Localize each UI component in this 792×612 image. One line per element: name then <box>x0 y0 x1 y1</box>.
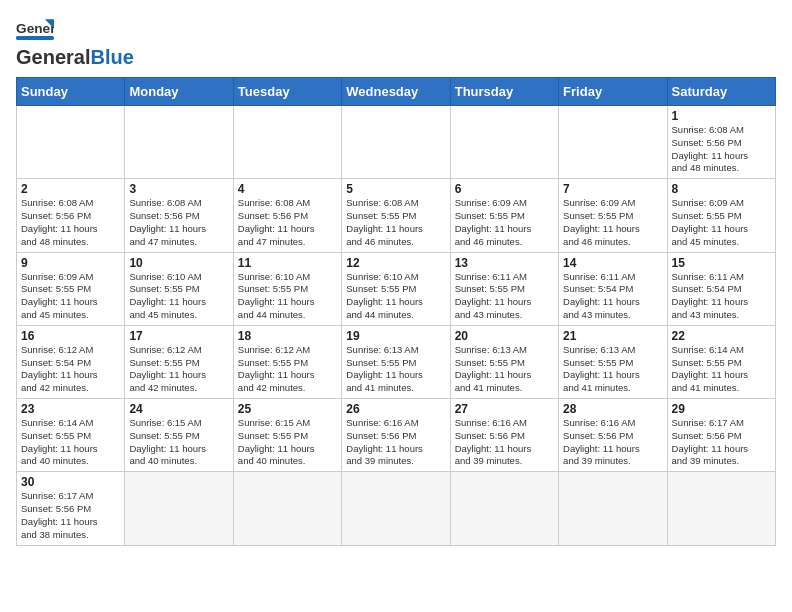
day-info: Sunrise: 6:08 AM Sunset: 5:56 PM Dayligh… <box>21 197 120 248</box>
day-number: 17 <box>129 329 228 343</box>
day-number: 15 <box>672 256 771 270</box>
day-info: Sunrise: 6:13 AM Sunset: 5:55 PM Dayligh… <box>455 344 554 395</box>
day-of-week-header: Wednesday <box>342 78 450 106</box>
calendar-week-row: 23Sunrise: 6:14 AM Sunset: 5:55 PM Dayli… <box>17 399 776 472</box>
day-of-week-header: Tuesday <box>233 78 341 106</box>
calendar-cell: 4Sunrise: 6:08 AM Sunset: 5:56 PM Daylig… <box>233 179 341 252</box>
calendar-cell: 11Sunrise: 6:10 AM Sunset: 5:55 PM Dayli… <box>233 252 341 325</box>
day-number: 3 <box>129 182 228 196</box>
day-number: 14 <box>563 256 662 270</box>
day-number: 21 <box>563 329 662 343</box>
day-info: Sunrise: 6:16 AM Sunset: 5:56 PM Dayligh… <box>346 417 445 468</box>
day-number: 19 <box>346 329 445 343</box>
calendar-cell: 12Sunrise: 6:10 AM Sunset: 5:55 PM Dayli… <box>342 252 450 325</box>
calendar-cell <box>559 472 667 545</box>
calendar-cell: 6Sunrise: 6:09 AM Sunset: 5:55 PM Daylig… <box>450 179 558 252</box>
logo: General GeneralBlue <box>16 16 134 69</box>
calendar-cell: 19Sunrise: 6:13 AM Sunset: 5:55 PM Dayli… <box>342 325 450 398</box>
day-number: 25 <box>238 402 337 416</box>
day-number: 9 <box>21 256 120 270</box>
calendar-table: SundayMondayTuesdayWednesdayThursdayFrid… <box>16 77 776 546</box>
day-info: Sunrise: 6:10 AM Sunset: 5:55 PM Dayligh… <box>346 271 445 322</box>
day-info: Sunrise: 6:15 AM Sunset: 5:55 PM Dayligh… <box>238 417 337 468</box>
day-info: Sunrise: 6:10 AM Sunset: 5:55 PM Dayligh… <box>129 271 228 322</box>
calendar-cell <box>450 106 558 179</box>
day-number: 22 <box>672 329 771 343</box>
day-info: Sunrise: 6:14 AM Sunset: 5:55 PM Dayligh… <box>672 344 771 395</box>
calendar-cell <box>667 472 775 545</box>
calendar-cell: 7Sunrise: 6:09 AM Sunset: 5:55 PM Daylig… <box>559 179 667 252</box>
logo-icon: General <box>16 16 54 44</box>
calendar-cell: 22Sunrise: 6:14 AM Sunset: 5:55 PM Dayli… <box>667 325 775 398</box>
calendar-cell: 24Sunrise: 6:15 AM Sunset: 5:55 PM Dayli… <box>125 399 233 472</box>
day-number: 7 <box>563 182 662 196</box>
day-number: 20 <box>455 329 554 343</box>
day-number: 5 <box>346 182 445 196</box>
calendar-cell: 18Sunrise: 6:12 AM Sunset: 5:55 PM Dayli… <box>233 325 341 398</box>
calendar-cell <box>233 472 341 545</box>
calendar-cell <box>125 472 233 545</box>
day-info: Sunrise: 6:10 AM Sunset: 5:55 PM Dayligh… <box>238 271 337 322</box>
day-number: 12 <box>346 256 445 270</box>
calendar-cell: 30Sunrise: 6:17 AM Sunset: 5:56 PM Dayli… <box>17 472 125 545</box>
day-info: Sunrise: 6:13 AM Sunset: 5:55 PM Dayligh… <box>346 344 445 395</box>
calendar-cell: 28Sunrise: 6:16 AM Sunset: 5:56 PM Dayli… <box>559 399 667 472</box>
day-number: 8 <box>672 182 771 196</box>
day-number: 18 <box>238 329 337 343</box>
day-info: Sunrise: 6:17 AM Sunset: 5:56 PM Dayligh… <box>672 417 771 468</box>
day-number: 24 <box>129 402 228 416</box>
day-of-week-header: Sunday <box>17 78 125 106</box>
day-number: 6 <box>455 182 554 196</box>
calendar-cell <box>342 106 450 179</box>
day-info: Sunrise: 6:16 AM Sunset: 5:56 PM Dayligh… <box>455 417 554 468</box>
calendar-week-row: 1Sunrise: 6:08 AM Sunset: 5:56 PM Daylig… <box>17 106 776 179</box>
calendar-cell: 14Sunrise: 6:11 AM Sunset: 5:54 PM Dayli… <box>559 252 667 325</box>
day-info: Sunrise: 6:09 AM Sunset: 5:55 PM Dayligh… <box>455 197 554 248</box>
day-number: 16 <box>21 329 120 343</box>
calendar-week-row: 16Sunrise: 6:12 AM Sunset: 5:54 PM Dayli… <box>17 325 776 398</box>
day-info: Sunrise: 6:12 AM Sunset: 5:55 PM Dayligh… <box>129 344 228 395</box>
day-of-week-header: Monday <box>125 78 233 106</box>
day-number: 29 <box>672 402 771 416</box>
calendar-cell: 29Sunrise: 6:17 AM Sunset: 5:56 PM Dayli… <box>667 399 775 472</box>
day-info: Sunrise: 6:08 AM Sunset: 5:56 PM Dayligh… <box>129 197 228 248</box>
day-number: 26 <box>346 402 445 416</box>
calendar-week-row: 9Sunrise: 6:09 AM Sunset: 5:55 PM Daylig… <box>17 252 776 325</box>
calendar-cell: 25Sunrise: 6:15 AM Sunset: 5:55 PM Dayli… <box>233 399 341 472</box>
calendar-cell <box>559 106 667 179</box>
day-of-week-header: Friday <box>559 78 667 106</box>
calendar-cell <box>125 106 233 179</box>
calendar-cell: 10Sunrise: 6:10 AM Sunset: 5:55 PM Dayli… <box>125 252 233 325</box>
calendar-cell <box>17 106 125 179</box>
day-info: Sunrise: 6:08 AM Sunset: 5:56 PM Dayligh… <box>672 124 771 175</box>
day-of-week-header: Saturday <box>667 78 775 106</box>
day-info: Sunrise: 6:12 AM Sunset: 5:55 PM Dayligh… <box>238 344 337 395</box>
day-info: Sunrise: 6:17 AM Sunset: 5:56 PM Dayligh… <box>21 490 120 541</box>
calendar-cell: 26Sunrise: 6:16 AM Sunset: 5:56 PM Dayli… <box>342 399 450 472</box>
calendar-week-row: 30Sunrise: 6:17 AM Sunset: 5:56 PM Dayli… <box>17 472 776 545</box>
svg-rect-1 <box>16 36 54 40</box>
calendar-cell: 27Sunrise: 6:16 AM Sunset: 5:56 PM Dayli… <box>450 399 558 472</box>
calendar-cell: 5Sunrise: 6:08 AM Sunset: 5:55 PM Daylig… <box>342 179 450 252</box>
day-number: 1 <box>672 109 771 123</box>
calendar-cell: 15Sunrise: 6:11 AM Sunset: 5:54 PM Dayli… <box>667 252 775 325</box>
day-info: Sunrise: 6:15 AM Sunset: 5:55 PM Dayligh… <box>129 417 228 468</box>
calendar-cell: 21Sunrise: 6:13 AM Sunset: 5:55 PM Dayli… <box>559 325 667 398</box>
day-number: 10 <box>129 256 228 270</box>
day-info: Sunrise: 6:11 AM Sunset: 5:54 PM Dayligh… <box>672 271 771 322</box>
day-info: Sunrise: 6:11 AM Sunset: 5:55 PM Dayligh… <box>455 271 554 322</box>
svg-text:General: General <box>16 21 54 36</box>
day-info: Sunrise: 6:08 AM Sunset: 5:55 PM Dayligh… <box>346 197 445 248</box>
calendar-cell <box>342 472 450 545</box>
calendar-cell: 20Sunrise: 6:13 AM Sunset: 5:55 PM Dayli… <box>450 325 558 398</box>
day-info: Sunrise: 6:09 AM Sunset: 5:55 PM Dayligh… <box>21 271 120 322</box>
calendar-cell <box>233 106 341 179</box>
calendar-cell: 13Sunrise: 6:11 AM Sunset: 5:55 PM Dayli… <box>450 252 558 325</box>
logo-general: General <box>16 46 90 69</box>
day-of-week-header: Thursday <box>450 78 558 106</box>
calendar-cell: 8Sunrise: 6:09 AM Sunset: 5:55 PM Daylig… <box>667 179 775 252</box>
day-number: 13 <box>455 256 554 270</box>
day-number: 27 <box>455 402 554 416</box>
day-info: Sunrise: 6:11 AM Sunset: 5:54 PM Dayligh… <box>563 271 662 322</box>
day-info: Sunrise: 6:12 AM Sunset: 5:54 PM Dayligh… <box>21 344 120 395</box>
